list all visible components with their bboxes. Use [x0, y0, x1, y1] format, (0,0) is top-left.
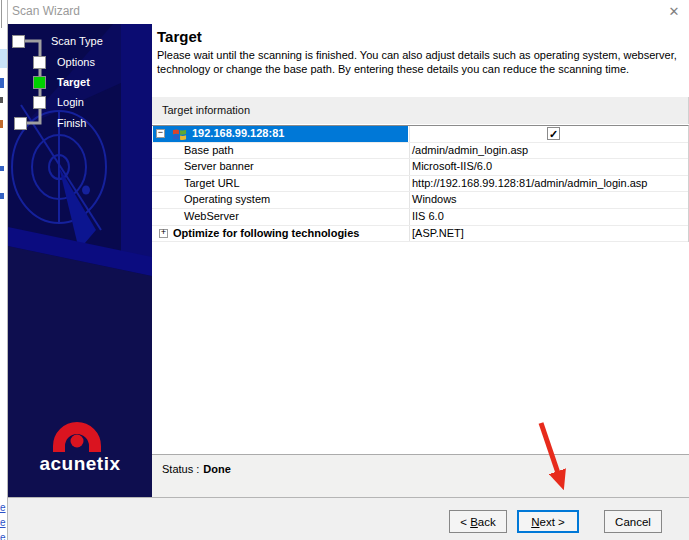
row-label: Operating system [184, 192, 270, 208]
close-icon[interactable]: ✕ [665, 3, 683, 21]
row-label: Base path [184, 143, 234, 159]
step-box-finish [14, 117, 27, 130]
row-label: Server banner [184, 159, 254, 175]
table-row-optimize[interactable]: + Optimize for following technologies [A… [152, 226, 688, 243]
host-address: 192.168.99.128:81 [192, 126, 284, 142]
background-window-edge: e e e [0, 0, 7, 540]
sidebar-item-finish: Finish [57, 117, 86, 130]
row-value: /admin/admin_login.asp [412, 143, 528, 159]
row-value: Microsoft-IIS/6.0 [412, 159, 492, 175]
table-row-server-banner[interactable]: Server banner Microsoft-IIS/6.0 [152, 159, 688, 176]
page-description: Please wait until the scanning is finish… [157, 49, 688, 76]
section-header: Target information [152, 97, 689, 124]
sidebar-item-login: Login [57, 96, 84, 109]
expand-toggle-icon[interactable]: + [159, 229, 168, 238]
host-checkbox[interactable]: ✓ [547, 127, 560, 140]
table-row-base-path[interactable]: Base path /admin/admin_login.asp [152, 143, 688, 160]
row-value: IIS 6.0 [412, 209, 444, 225]
row-label: Optimize for following technologies [173, 226, 359, 242]
windows-logo-icon [172, 127, 187, 142]
screen: e e e Scan Wizard ✕ [0, 0, 689, 540]
step-box-options [33, 56, 46, 69]
row-value: http://192.168.99.128:81/admin/admin_log… [412, 176, 647, 192]
row-label: Target URL [184, 176, 240, 192]
row-value: [ASP.NET] [412, 226, 464, 242]
host-row[interactable]: − 192.168.99.128:81 ✓ [152, 126, 688, 143]
step-box-login [33, 96, 46, 109]
background-link-fragment: e [0, 502, 6, 513]
step-box-scan-type [12, 35, 25, 48]
table-row-webserver[interactable]: WebServer IIS 6.0 [152, 209, 688, 226]
sidebar-item-options: Options [57, 56, 95, 69]
title-bar: Scan Wizard ✕ [8, 0, 689, 24]
wizard-sidebar: Scan Type Options Target Login Finish ac… [8, 24, 152, 497]
scan-wizard-dialog: Scan Wizard ✕ [7, 0, 689, 540]
status-value: Done [203, 463, 231, 475]
target-info-table: − 192.168.99.128:81 ✓ Base path /admin/a… [152, 125, 689, 242]
status-bar: Status :Done [152, 454, 689, 497]
row-label: WebServer [184, 209, 239, 225]
sidebar-item-scan-type: Scan Type [51, 35, 103, 48]
status-text: Status :Done [162, 463, 231, 475]
acunetix-logo-text: acunetix [8, 453, 152, 475]
row-value: Windows [412, 192, 457, 208]
background-link-fragment: e [0, 532, 6, 540]
table-row-operating-system[interactable]: Operating system Windows [152, 192, 688, 209]
table-row-target-url[interactable]: Target URL http://192.168.99.128:81/admi… [152, 176, 688, 193]
collapse-toggle-icon[interactable]: − [156, 129, 165, 138]
window-title: Scan Wizard [12, 4, 80, 18]
background-link-fragment: e [0, 517, 6, 528]
sidebar-item-target: Target [57, 76, 90, 89]
cancel-button[interactable]: Cancel [604, 510, 662, 533]
button-bar: < Back Next > Cancel [8, 497, 689, 540]
back-button[interactable]: < Back [449, 510, 507, 533]
step-box-target [33, 76, 46, 89]
next-button[interactable]: Next > [517, 510, 579, 533]
status-label: Status : [162, 463, 199, 475]
page-title: Target [157, 28, 202, 45]
